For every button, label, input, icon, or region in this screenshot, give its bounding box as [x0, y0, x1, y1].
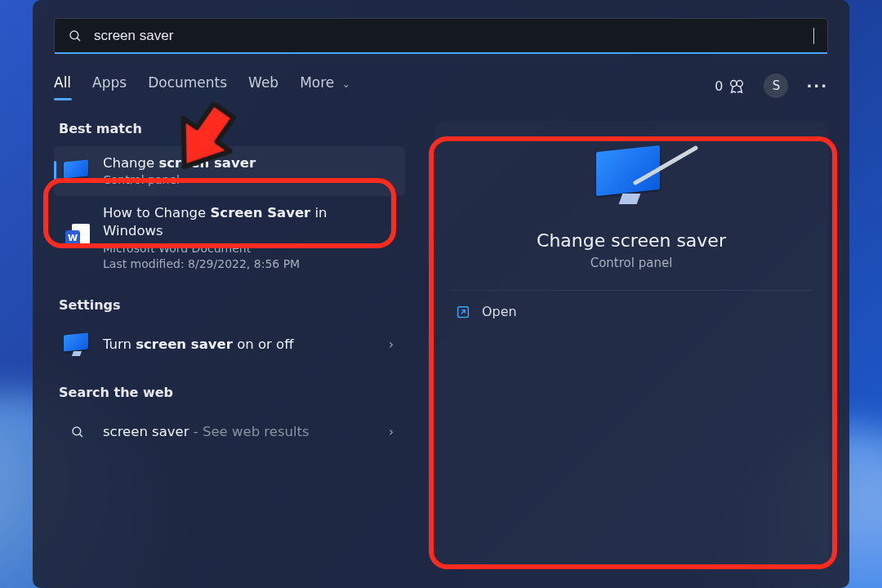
tab-more[interactable]: More ⌄ [300, 74, 350, 97]
result-text: Turn screen saver on or off [103, 336, 377, 354]
tab-web[interactable]: Web [248, 74, 278, 97]
svg-point-2 [731, 81, 737, 87]
svg-point-4 [73, 427, 81, 435]
start-search-panel: All Apps Documents Web More ⌄ 0 S ··· [33, 0, 849, 588]
monitor-icon [64, 331, 91, 359]
tab-all[interactable]: All [54, 74, 71, 97]
search-bar[interactable] [54, 18, 828, 54]
svg-point-3 [737, 81, 742, 87]
more-options-button[interactable]: ··· [806, 78, 828, 95]
open-action[interactable]: Open [451, 291, 812, 332]
medal-icon [728, 77, 746, 95]
svg-line-1 [77, 38, 80, 41]
chevron-down-icon: ⌄ [342, 78, 350, 90]
section-search-web: Search the web [59, 385, 400, 400]
open-label: Open [482, 304, 517, 319]
preview-actions: Open [451, 291, 812, 332]
result-text: How to Change Screen Saver in Windows Mi… [103, 204, 377, 271]
chevron-right-icon: › [389, 230, 394, 245]
account-avatar[interactable]: S [764, 74, 788, 98]
rewards-button[interactable]: 0 [715, 77, 746, 95]
result-web-search[interactable]: screen saver - See web results › [54, 410, 405, 454]
result-change-screen-saver[interactable]: Change screen saver Control panel [54, 146, 405, 196]
result-word-document[interactable]: W How to Change Screen Saver in Windows … [54, 196, 405, 279]
section-settings: Settings [59, 297, 400, 313]
header-right: 0 S ··· [715, 74, 828, 98]
preview-pane: Change screen saver Control panel Open [434, 121, 828, 568]
avatar-initial: S [773, 78, 781, 93]
monitor-icon [596, 149, 666, 212]
tab-more-label: More [300, 74, 334, 91]
svg-point-0 [70, 31, 78, 39]
result-text: Change screen saver Control panel [103, 154, 394, 188]
text-caret [813, 28, 814, 44]
preview-title: Change screen saver [537, 230, 726, 251]
svg-line-5 [79, 434, 82, 438]
chevron-right-icon: › [389, 425, 394, 439]
filter-tabs: All Apps Documents Web More ⌄ [54, 74, 350, 97]
result-turn-screensaver-onoff[interactable]: Turn screen saver on or off › [54, 323, 405, 367]
tab-documents[interactable]: Documents [148, 74, 227, 97]
monitor-icon [64, 158, 91, 185]
results-body: Best match Change screen saver Control p… [54, 121, 828, 568]
preview-subtitle: Control panel [590, 256, 673, 270]
chevron-right-icon: › [389, 337, 394, 352]
search-icon [68, 29, 82, 43]
results-list: Best match Change screen saver Control p… [54, 121, 405, 568]
open-external-icon [456, 305, 470, 319]
section-best-match: Best match [59, 121, 400, 136]
result-text: screen saver - See web results [103, 423, 377, 441]
search-input[interactable] [94, 28, 807, 44]
preview-card: Change screen saver Control panel Open [434, 121, 828, 568]
rewards-count: 0 [715, 78, 723, 94]
word-document-icon: W [64, 224, 91, 252]
search-icon [64, 418, 91, 446]
tabs-row: All Apps Documents Web More ⌄ 0 S ··· [54, 74, 828, 98]
tab-apps[interactable]: Apps [92, 74, 127, 97]
